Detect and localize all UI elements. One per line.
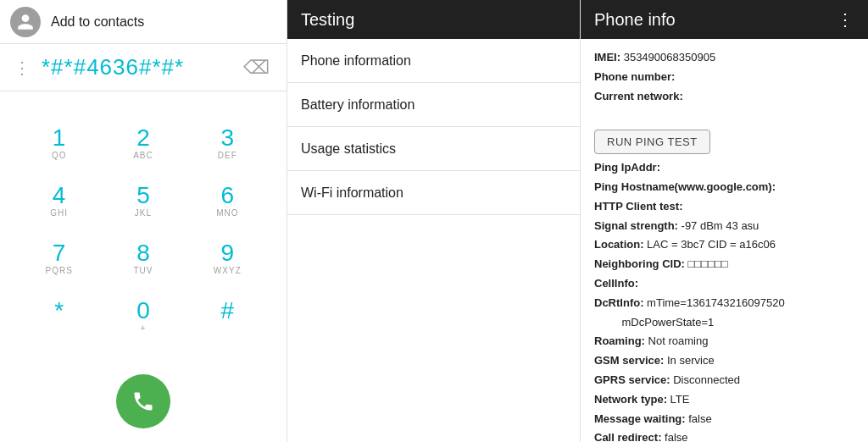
- info-http-client: HTTP Client test:: [594, 198, 854, 216]
- key-hash-main: #: [221, 298, 235, 324]
- key-3[interactable]: 3 DEF: [193, 116, 261, 170]
- key-9-sub: WXYZ: [214, 266, 242, 276]
- info-location: Location: LAC = 3bc7 CID = a16c06: [594, 236, 854, 254]
- key-3-sub: DEF: [218, 151, 237, 161]
- key-7[interactable]: 7 PQRS: [25, 231, 93, 285]
- info-current-network: Current network:: [594, 88, 854, 106]
- key-5-main: 5: [136, 183, 150, 209]
- key-1-main: 1: [53, 125, 66, 152]
- key-6[interactable]: 6 MNO: [193, 174, 261, 228]
- key-5[interactable]: 5 JKL: [109, 174, 177, 228]
- info-neighboring-cid: Neighboring CID: □□□□□□: [594, 256, 854, 273]
- menu-title: Testing: [301, 10, 354, 30]
- keypad-row-4: * 0 + #: [17, 289, 270, 343]
- info-dcrtinfo: DcRtInfo: mTime=1361743216097520: [594, 295, 854, 312]
- key-8[interactable]: 8 TUV: [109, 231, 177, 285]
- keypad-row-3: 7 PQRS 8 TUV 9 WXYZ: [17, 231, 270, 285]
- key-0-main: 0: [136, 298, 150, 324]
- key-9-main: 9: [221, 240, 235, 267]
- info-gprs-service: GPRS service: Disconnected: [594, 372, 854, 390]
- menu-item-usage-stats-label: Usage statistics: [301, 141, 396, 157]
- key-4-sub: GHI: [50, 208, 68, 218]
- dialer-input-row: ⋮ *#*#4636#*#* ⌫: [0, 44, 287, 91]
- key-6-main: 6: [221, 183, 235, 209]
- info-title: Phone info: [594, 10, 676, 30]
- info-dcrtinfo-2: mDcPowerState=1: [594, 314, 854, 332]
- info-cell-info: CellInfo:: [594, 275, 854, 293]
- menu-item-wifi-info-label: Wi-Fi information: [301, 185, 403, 201]
- menu-item-usage-stats[interactable]: Usage statistics: [287, 127, 580, 171]
- info-header: Phone info ⋮: [581, 0, 868, 39]
- key-4[interactable]: 4 GHI: [25, 174, 93, 228]
- run-ping-button[interactable]: RUN PING TEST: [594, 130, 710, 154]
- key-star[interactable]: *: [25, 289, 93, 343]
- key-star-main: *: [54, 298, 64, 324]
- key-8-sub: TUV: [133, 266, 153, 276]
- call-btn-row: [0, 367, 287, 442]
- info-content: IMEI: 353490068350905 Phone number: Curr…: [581, 39, 868, 442]
- info-imei: IMEI: 353490068350905: [594, 49, 854, 67]
- info-network-type: Network type: LTE: [594, 391, 854, 409]
- info-ping-ip: Ping IpAddr:: [594, 159, 854, 177]
- key-1[interactable]: 1 QO: [25, 116, 93, 170]
- info-ping-hostname: Ping Hostname(www.google.com):: [594, 179, 854, 196]
- dialer-dots-icon: ⋮: [14, 58, 31, 78]
- key-0-sub: +: [141, 323, 147, 334]
- key-2[interactable]: 2 ABC: [109, 116, 177, 170]
- menu-item-phone-info[interactable]: Phone information: [287, 39, 580, 83]
- key-5-sub: JKL: [135, 208, 152, 218]
- info-panel: Phone info ⋮ IMEI: 353490068350905 Phone…: [581, 0, 868, 442]
- menu-item-battery-info[interactable]: Battery information: [287, 83, 580, 127]
- menu-header: Testing: [287, 0, 580, 39]
- key-4-main: 4: [53, 183, 66, 209]
- key-7-main: 7: [53, 240, 66, 267]
- info-phone-number: Phone number:: [594, 69, 854, 86]
- menu-item-wifi-info[interactable]: Wi-Fi information: [287, 171, 580, 215]
- keypad: 1 QO 2 ABC 3 DEF 4 GHI 5 JKL 6 M: [0, 91, 287, 367]
- dialer-number-display: *#*#4636#*#*: [42, 54, 240, 80]
- backspace-button[interactable]: ⌫: [240, 53, 273, 82]
- key-9[interactable]: 9 WXYZ: [193, 231, 261, 285]
- key-6-sub: MNO: [216, 208, 238, 218]
- key-hash[interactable]: #: [193, 289, 261, 343]
- info-roaming: Roaming: Not roaming: [594, 333, 854, 351]
- key-2-sub: ABC: [133, 151, 153, 161]
- more-options-icon[interactable]: ⋮: [837, 9, 854, 30]
- key-8-main: 8: [136, 240, 150, 267]
- info-signal-strength: Signal strength: -97 dBm 43 asu: [594, 218, 854, 235]
- key-2-main: 2: [136, 125, 150, 152]
- menu-item-phone-info-label: Phone information: [301, 53, 411, 69]
- call-button[interactable]: [116, 374, 170, 428]
- dialer-header: Add to contacts: [0, 0, 287, 44]
- info-gsm-service: GSM service: In service: [594, 352, 854, 370]
- menu-panel: Testing Phone information Battery inform…: [287, 0, 581, 442]
- dialer-panel: Add to contacts ⋮ *#*#4636#*#* ⌫ 1 QO 2 …: [0, 0, 287, 442]
- keypad-row-2: 4 GHI 5 JKL 6 MNO: [17, 174, 270, 228]
- add-contacts-label: Add to contacts: [51, 14, 144, 30]
- key-3-main: 3: [221, 125, 235, 152]
- info-call-redirect: Call redirect: false: [594, 429, 854, 442]
- menu-item-battery-info-label: Battery information: [301, 97, 415, 113]
- info-message-waiting: Message waiting: false: [594, 411, 854, 428]
- key-7-sub: PQRS: [45, 266, 72, 276]
- avatar: [10, 7, 41, 37]
- key-0[interactable]: 0 +: [109, 289, 177, 343]
- key-1-sub: QO: [52, 151, 67, 161]
- keypad-row-1: 1 QO 2 ABC 3 DEF: [17, 116, 270, 170]
